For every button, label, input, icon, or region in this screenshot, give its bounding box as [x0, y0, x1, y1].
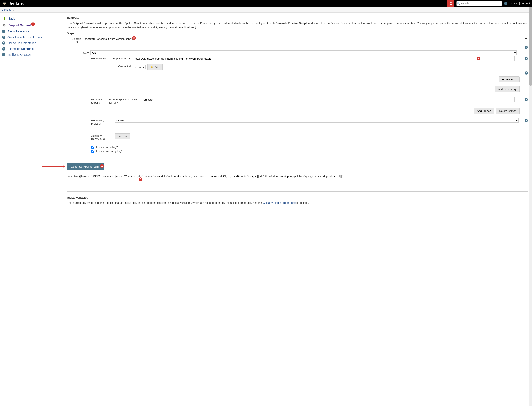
help-icon[interactable]: ?	[525, 98, 528, 101]
help-icon: ?	[2, 30, 5, 33]
svg-marker-4	[63, 166, 65, 167]
repositories-row: Repositories Repository URL 3 ? Credenti…	[83, 56, 528, 92]
credentials-label: Credentials	[106, 64, 133, 68]
sidebar-item-global-vars[interactable]: ? Global Variables Reference	[0, 34, 65, 40]
annotation-3: 3	[476, 57, 480, 60]
help-icon[interactable]: ?	[525, 57, 528, 60]
help-icon[interactable]: ?	[525, 119, 528, 122]
changelog-row: Include in changelog?	[91, 149, 528, 152]
breadcrumb-chevron-icon: ▸	[13, 9, 14, 11]
generate-pipeline-button[interactable]: Generate Pipeline Script	[67, 163, 104, 170]
red-arrow-icon	[42, 165, 65, 168]
repo-browser-row: Repository browser (Auto) ?	[83, 118, 528, 125]
repo-browser-select[interactable]: (Auto)	[115, 118, 519, 123]
annotation-5: 5	[139, 177, 142, 181]
sidebar-item-label: Examples Reference	[7, 47, 35, 51]
advanced-button[interactable]: Advanced...	[499, 76, 519, 82]
branch-spec-row: Branch Specifier (blank for 'any') ?	[106, 97, 528, 104]
help-icon: ?	[2, 41, 5, 45]
main-content: Overview This Snippet Generator will hel…	[65, 13, 532, 220]
logout-link[interactable]: log out	[522, 2, 530, 5]
polling-row: Include in polling?	[91, 145, 528, 149]
overview-title: Overview	[67, 16, 528, 20]
changelog-checkbox[interactable]	[91, 150, 94, 152]
polling-label: Include in polling?	[96, 145, 118, 149]
admin-link[interactable]: admin	[510, 2, 517, 5]
additional-label: Additional Behaviours	[83, 133, 115, 141]
sidebar-item-label: Global Variables Reference	[7, 36, 43, 39]
repositories-label: Repositories	[83, 56, 106, 60]
sidebar-item-online-docs[interactable]: ? Online Documentation	[0, 40, 65, 46]
sidebar-item-label: Online Documentation	[7, 41, 36, 45]
scrollbar[interactable]	[529, 7, 532, 220]
header-bar: Jenkins 2 🔍 ? admin | log out	[0, 0, 532, 7]
sample-step-label: Sample Step	[67, 36, 83, 44]
repo-url-label: Repository URL	[106, 56, 133, 60]
repo-url-row: Repository URL 3 ?	[106, 56, 528, 61]
svg-point-2	[5, 2, 5, 3]
overview-text: This Snippet Generator will help you lea…	[67, 21, 528, 29]
annotation-1: 1	[31, 22, 35, 26]
logo[interactable]: Jenkins	[2, 1, 24, 6]
global-vars-title: Global Variables	[67, 196, 528, 199]
help-icon[interactable]: ?	[525, 46, 528, 49]
help-icon: ?	[2, 53, 5, 56]
scrollbar-thumb[interactable]	[529, 7, 532, 86]
branch-spec-input[interactable]	[142, 97, 515, 102]
sample-step-select[interactable]: checkout: Check out from version control	[83, 36, 528, 41]
sidebar-item-snippet-generator[interactable]: ⚙ Snippet Generator 1	[0, 22, 65, 29]
branches-label: Branches to build	[83, 97, 106, 104]
scm-section: SCM Git Repositories Repository URL	[83, 50, 528, 152]
svg-point-1	[4, 2, 4, 3]
branches-row: Branches to build Branch Specifier (blan…	[83, 97, 528, 114]
sidebar-item-label: Steps Reference	[7, 30, 29, 33]
notification-badge[interactable]: 2	[447, 0, 454, 7]
jenkins-logo-icon	[2, 1, 7, 6]
help-icon: ?	[2, 36, 5, 39]
breadcrumb: Jenkins ▸	[0, 7, 532, 13]
repo-url-input[interactable]	[133, 56, 515, 61]
sidebar-item-examples[interactable]: ? Examples Reference	[0, 46, 65, 52]
sidebar-item-label: Snippet Generator	[8, 23, 34, 27]
sidebar-item-back[interactable]: ⬆ Back	[0, 15, 65, 22]
scm-label: SCM	[83, 50, 90, 54]
sidebar-item-label: Back	[8, 17, 15, 20]
polling-checkbox[interactable]	[91, 146, 94, 149]
changelog-label: Include in changelog?	[96, 149, 122, 152]
header-right: 2 🔍 ? admin | log out	[447, 0, 530, 7]
help-icon[interactable]: ?	[525, 71, 528, 75]
add-branch-button[interactable]: Add Branch	[474, 108, 494, 114]
search-input[interactable]	[456, 1, 502, 6]
delete-branch-button[interactable]: Delete Branch	[496, 108, 519, 114]
scm-select[interactable]: Git	[90, 50, 517, 55]
gear-icon: ⚙	[2, 23, 6, 27]
up-arrow-icon: ⬆	[2, 16, 6, 21]
breadcrumb-item[interactable]: Jenkins	[2, 8, 11, 11]
search-box: 🔍	[456, 1, 502, 6]
search-icon: 🔍	[457, 2, 460, 5]
global-vars-text: There are many features of the Pipeline …	[67, 201, 528, 205]
credentials-select[interactable]: - none -	[133, 65, 146, 69]
steps-title: Steps	[67, 32, 528, 35]
credentials-row: Credentials - none - Add	[106, 64, 528, 70]
annotation-2: 2	[132, 36, 136, 40]
add-behaviour-button[interactable]: Add	[115, 133, 130, 139]
sidebar-item-label: IntelliJ IDEA GDSL	[7, 53, 32, 56]
separator	[67, 194, 528, 194]
header-separator: |	[519, 2, 520, 5]
global-vars-link[interactable]: Global Variables Reference	[263, 201, 295, 204]
pipeline-output-textarea[interactable]: checkout([$class: 'GitSCM', branches: [[…	[67, 173, 528, 192]
help-icon[interactable]: ?	[504, 2, 508, 5]
branch-spec-label: Branch Specifier (blank for 'any')	[106, 97, 142, 104]
logo-text: Jenkins	[9, 1, 24, 6]
scm-row: SCM Git	[83, 50, 528, 55]
add-credentials-button[interactable]: Add	[147, 64, 163, 70]
annotation-4: 4	[100, 164, 104, 168]
help-icon: ?	[2, 47, 5, 51]
sidebar-item-intellij[interactable]: ? IntelliJ IDEA GDSL	[0, 52, 65, 58]
repo-browser-label: Repository browser	[83, 118, 115, 125]
additional-row: Additional Behaviours Add	[83, 133, 528, 141]
add-repository-button[interactable]: Add Repository	[495, 86, 519, 92]
sidebar-item-steps-reference[interactable]: ? Steps Reference	[0, 29, 65, 34]
sidebar: ⬆ Back ⚙ Snippet Generator 1 ? Steps Ref…	[0, 13, 65, 220]
